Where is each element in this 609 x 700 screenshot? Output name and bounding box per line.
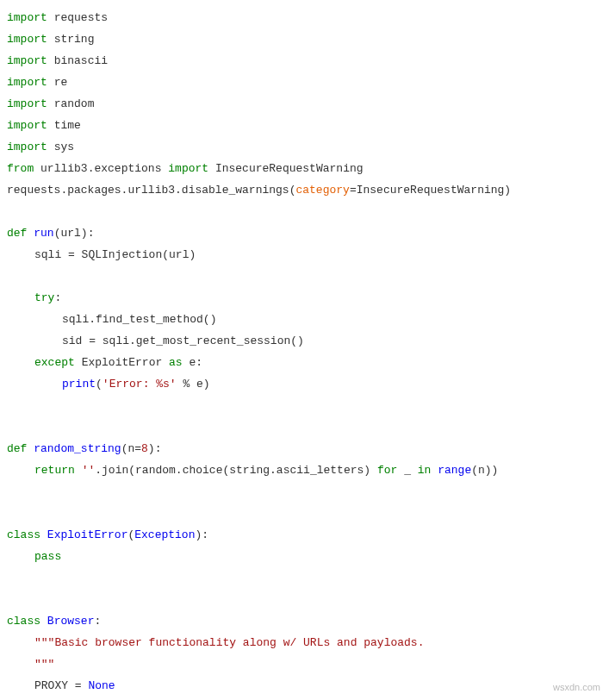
docstring: """Basic browser functionality along w/ … bbox=[34, 636, 424, 649]
module-name: string bbox=[54, 33, 95, 46]
code-line: def random_string(n=8): bbox=[7, 438, 602, 459]
call-chain: requests.packages.urllib3.disable_warnin… bbox=[7, 184, 295, 197]
method-call: sqli.find_test_method() bbox=[62, 313, 216, 326]
blank-line bbox=[7, 416, 602, 438]
keyword-import: import bbox=[168, 162, 208, 175]
equals: = bbox=[68, 679, 88, 692]
builtin-print: print bbox=[62, 378, 96, 391]
class-name: Browser bbox=[47, 615, 95, 628]
signature: (url): bbox=[54, 227, 95, 240]
keyword-from: from bbox=[7, 162, 34, 175]
keyword-import: import bbox=[7, 54, 47, 67]
keyword-import: import bbox=[7, 119, 47, 132]
keyword-import: import bbox=[7, 97, 47, 110]
imported-name: InsecureRequestWarning bbox=[215, 162, 364, 175]
assignment: sqli = SQLInjection(url) bbox=[34, 248, 196, 261]
none-literal: None bbox=[88, 679, 115, 692]
code-line: """ bbox=[7, 653, 602, 675]
string-literal: 'Error: %s' bbox=[103, 378, 177, 391]
keyword-as: as bbox=[169, 356, 183, 369]
paren-close: ): bbox=[195, 528, 208, 541]
code-line: import random bbox=[7, 93, 602, 115]
colon: : bbox=[54, 291, 61, 304]
module-name: time bbox=[54, 119, 81, 132]
code-line: except ExploitError as e: bbox=[7, 352, 602, 373]
keyword-def: def bbox=[7, 442, 27, 455]
module-name: re bbox=[54, 76, 68, 89]
range-args: (n)) bbox=[471, 464, 498, 477]
code-line: from urllib3.exceptions import InsecureR… bbox=[7, 158, 602, 179]
keyword-for: for bbox=[377, 464, 397, 477]
blank-line bbox=[7, 481, 602, 503]
code-line: import binascii bbox=[7, 50, 602, 72]
sig-close: ): bbox=[148, 442, 162, 455]
code-line: requests.packages.urllib3.disable_warnin… bbox=[7, 179, 602, 201]
keyword-class: class bbox=[7, 528, 40, 541]
sig-open: (n= bbox=[121, 442, 141, 455]
code-line: sid = sqli.get_most_recent_session() bbox=[7, 330, 602, 352]
colon: : bbox=[94, 615, 101, 628]
function-name: run bbox=[34, 227, 53, 240]
keyword-class: class bbox=[7, 615, 40, 628]
code-line: import re bbox=[7, 72, 602, 93]
equals: = bbox=[350, 184, 357, 197]
paren-open: ( bbox=[96, 378, 103, 391]
code-line: PROXY = None bbox=[7, 675, 602, 697]
code-line: print('Error: %s' % e) bbox=[7, 373, 602, 395]
code-line: import time bbox=[7, 115, 602, 136]
module-name: binascii bbox=[54, 54, 108, 67]
module-name: sys bbox=[54, 141, 74, 153]
code-line: import requests bbox=[7, 7, 602, 28]
keyword-try: try bbox=[34, 291, 54, 304]
code-line: try: bbox=[7, 287, 602, 309]
code-line: def run(url): bbox=[7, 222, 602, 244]
format-rest: % e) bbox=[177, 378, 210, 391]
keyword-def: def bbox=[7, 227, 27, 240]
exception-var: e: bbox=[189, 356, 202, 369]
builtin-range: range bbox=[438, 464, 471, 477]
code-line: pass bbox=[7, 546, 602, 567]
watermark-text: wsxdn.com bbox=[553, 677, 600, 698]
code-block: import requests import string import bin… bbox=[7, 7, 602, 697]
keyword-import: import bbox=[7, 11, 47, 24]
kwarg-name: category bbox=[295, 184, 349, 197]
blank-line bbox=[7, 589, 602, 610]
keyword-in: in bbox=[418, 464, 432, 477]
string-literal: '' bbox=[82, 464, 96, 477]
module-name: random bbox=[54, 97, 95, 110]
code-line: sqli.find_test_method() bbox=[7, 309, 602, 330]
keyword-import: import bbox=[7, 76, 47, 89]
class-name: ExploitError bbox=[47, 528, 128, 541]
blank-line bbox=[7, 395, 602, 416]
blank-line bbox=[7, 201, 602, 222]
code-line: """Basic browser functionality along w/ … bbox=[7, 632, 602, 653]
module-name: requests bbox=[54, 11, 108, 24]
code-line: class Browser: bbox=[7, 610, 602, 632]
blank-line bbox=[7, 266, 602, 287]
docstring: """ bbox=[34, 658, 54, 671]
kwarg-value: InsecureRequestWarning) bbox=[357, 184, 511, 197]
keyword-import: import bbox=[7, 141, 47, 153]
assignment: sid = sqli.get_most_recent_session() bbox=[62, 334, 304, 347]
loop-var: _ bbox=[404, 464, 411, 477]
join-call: .join(random.choice(string.ascii_letters… bbox=[95, 464, 370, 477]
package-path: urllib3.exceptions bbox=[40, 162, 161, 175]
keyword-pass: pass bbox=[34, 550, 61, 563]
function-name: random_string bbox=[34, 442, 121, 455]
code-line: import string bbox=[7, 28, 602, 50]
exception-type: ExploitError bbox=[82, 356, 163, 369]
code-line: import sys bbox=[7, 136, 602, 158]
base-class: Exception bbox=[134, 528, 195, 541]
code-line: class ExploitError(Exception): bbox=[7, 524, 602, 546]
code-line: sqli = SQLInjection(url) bbox=[7, 244, 602, 266]
keyword-import: import bbox=[7, 33, 47, 46]
keyword-except: except bbox=[34, 356, 75, 369]
blank-line bbox=[7, 503, 602, 524]
class-attr: PROXY bbox=[34, 679, 68, 692]
code-line: return ''.join(random.choice(string.asci… bbox=[7, 459, 602, 481]
default-number: 8 bbox=[141, 442, 148, 455]
keyword-return: return bbox=[34, 464, 75, 477]
blank-line bbox=[7, 567, 602, 589]
